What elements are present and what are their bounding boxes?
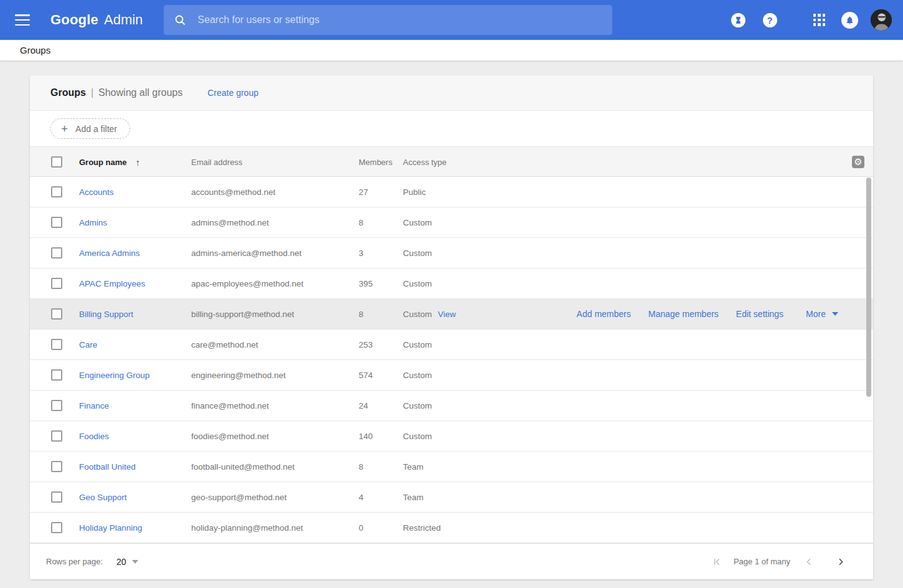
group-members-count: 8 — [359, 310, 364, 319]
table-row[interactable]: America Admins admins-america@method.net… — [30, 238, 873, 268]
group-members-count: 8 — [359, 218, 364, 227]
table-row[interactable]: Foodies foodies@method.net 140 Custom — [30, 421, 873, 452]
trial-hourglass-icon[interactable] — [731, 13, 745, 27]
group-name-link[interactable]: Care — [79, 340, 97, 349]
column-header-group-name[interactable]: Group name ↑ — [79, 156, 140, 167]
edit-settings-button[interactable]: Edit settings — [736, 309, 783, 319]
row-hover-actions: Add members Manage members Edit settings… — [577, 309, 838, 319]
breadcrumb[interactable]: Groups — [20, 45, 50, 55]
sort-ascending-icon[interactable]: ↑ — [136, 156, 141, 167]
group-name-link[interactable]: Holiday Planning — [79, 523, 142, 533]
group-name-header-label: Group name — [79, 157, 127, 166]
table-row[interactable]: Finance finance@method.net 24 Custom — [30, 391, 873, 421]
group-name-link[interactable]: Football United — [79, 462, 136, 472]
scrollbar-thumb[interactable] — [866, 178, 871, 397]
manage-members-button[interactable]: Manage members — [648, 309, 719, 319]
table-header-row: Group name ↑ Email address Members Acces… — [30, 146, 873, 177]
table-row[interactable]: Accounts accounts@method.net 27 Public — [30, 177, 873, 207]
next-page-button[interactable] — [836, 557, 846, 567]
table-body: Accounts accounts@method.net 27 Public A… — [30, 177, 873, 543]
row-checkbox[interactable] — [51, 369, 62, 381]
table-row[interactable]: Geo Support geo-support@method.net 4 Tea… — [30, 482, 873, 513]
create-group-button[interactable]: Create group — [207, 88, 258, 98]
group-access-type: Custom — [403, 279, 432, 288]
group-email: apac-employees@method.net — [191, 279, 303, 288]
group-name-link[interactable]: Finance — [79, 401, 109, 410]
first-page-button[interactable] — [711, 556, 722, 567]
group-name-link[interactable]: America Admins — [79, 249, 140, 258]
group-name-link[interactable]: Accounts — [79, 187, 114, 197]
row-checkbox[interactable] — [51, 339, 62, 350]
chevron-down-icon — [832, 312, 838, 316]
chevron-down-icon — [132, 560, 138, 564]
group-name-link[interactable]: Engineering Group — [79, 371, 149, 380]
group-name-link[interactable]: Foodies — [79, 432, 109, 441]
group-email: admins@method.net — [191, 218, 269, 227]
row-checkbox[interactable] — [51, 247, 62, 258]
add-filter-button[interactable]: + Add a filter — [50, 118, 130, 139]
group-members-count: 24 — [359, 401, 368, 410]
view-link[interactable]: View — [438, 310, 456, 319]
row-checkbox[interactable] — [51, 430, 62, 442]
row-checkbox[interactable] — [51, 461, 62, 472]
hamburger-menu-icon[interactable] — [15, 14, 30, 26]
group-access-type: Custom — [403, 432, 432, 441]
add-members-button[interactable]: Add members — [577, 309, 631, 319]
column-header-email[interactable]: Email address — [191, 157, 242, 166]
group-email: admins-america@method.net — [191, 249, 301, 258]
logo-product: Admin — [104, 12, 143, 28]
group-email: billing-support@method.net — [191, 310, 294, 319]
rows-per-page-value: 20 — [116, 557, 126, 567]
table-row[interactable]: Billing Support billing-support@method.n… — [30, 299, 873, 330]
group-access-type: Custom — [403, 310, 432, 319]
group-name-link[interactable]: Billing Support — [79, 310, 133, 319]
row-checkbox[interactable] — [51, 400, 62, 411]
help-icon[interactable]: ? — [763, 13, 777, 27]
table-row[interactable]: Football United football-united@method.n… — [30, 452, 873, 482]
column-header-members[interactable]: Members — [359, 157, 392, 166]
select-all-checkbox[interactable] — [51, 156, 62, 168]
rows-per-page-select[interactable]: 20 — [116, 557, 138, 567]
card-header: Groups | Showing all groups Create group — [30, 75, 873, 111]
group-email: finance@method.net — [191, 401, 269, 410]
notifications-bell-icon[interactable] — [841, 12, 858, 29]
group-name-link[interactable]: Admins — [79, 218, 107, 227]
row-checkbox[interactable] — [51, 278, 62, 289]
group-members-count: 395 — [359, 279, 373, 288]
group-members-count: 0 — [359, 523, 364, 533]
table-row[interactable]: Engineering Group engineering@method.net… — [30, 360, 873, 391]
manage-columns-gear-icon[interactable]: ⚙ — [852, 156, 864, 168]
group-members-count: 8 — [359, 462, 364, 472]
column-header-access-type[interactable]: Access type — [403, 157, 447, 166]
page-title: Groups — [50, 87, 86, 98]
table-row[interactable]: Holiday Planning holiday-planning@method… — [30, 513, 873, 543]
previous-page-button[interactable] — [804, 557, 814, 567]
search-bar[interactable] — [164, 5, 612, 35]
row-checkbox[interactable] — [51, 522, 62, 533]
breadcrumb-bar: Groups — [0, 40, 903, 60]
plus-icon: + — [61, 123, 68, 135]
group-members-count: 253 — [359, 340, 373, 349]
table-row[interactable]: Admins admins@method.net 8 Custom — [30, 207, 873, 238]
group-email: holiday-planning@method.net — [191, 523, 303, 533]
table-row[interactable]: Care care@method.net 253 Custom — [30, 330, 873, 360]
search-input[interactable] — [197, 14, 602, 26]
row-checkbox[interactable] — [51, 186, 62, 197]
group-email: accounts@method.net — [191, 187, 275, 197]
groups-card: Groups | Showing all groups Create group… — [30, 75, 873, 579]
row-checkbox[interactable] — [51, 491, 62, 503]
more-label: More — [806, 309, 826, 319]
more-button[interactable]: More — [806, 309, 838, 319]
group-email: engineering@method.net — [191, 371, 286, 380]
user-avatar[interactable] — [871, 9, 892, 31]
group-access-type: Custom — [403, 249, 432, 258]
row-checkbox[interactable] — [51, 217, 62, 228]
apps-grid-icon[interactable] — [813, 14, 826, 26]
logo-brand: Google — [50, 12, 98, 28]
row-checkbox[interactable] — [51, 308, 62, 320]
group-name-link[interactable]: Geo Support — [79, 493, 127, 502]
group-name-link[interactable]: APAC Employees — [79, 279, 145, 288]
pagination: Page 1 of many — [711, 556, 846, 567]
table-row[interactable]: APAC Employees apac-employees@method.net… — [30, 268, 873, 299]
app-logo[interactable]: Google Admin — [50, 12, 143, 28]
